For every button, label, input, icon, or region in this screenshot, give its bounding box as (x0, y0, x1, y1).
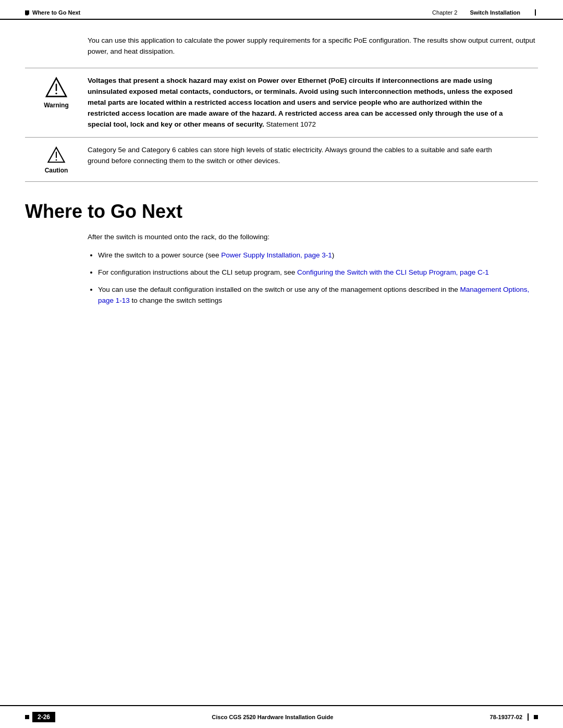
header-section-label: Where to Go Next (32, 9, 80, 16)
warning-icon (45, 77, 68, 100)
warning-text: Voltages that present a shock hazard may… (88, 76, 538, 130)
section-intro: After the switch is mounted onto the rac… (88, 232, 538, 243)
page-footer: 2-26 Cisco CGS 2520 Hardware Installatio… (0, 705, 563, 728)
footer-right: 78-19377-02 (490, 713, 538, 721)
caution-icon-col: Caution (25, 145, 88, 174)
bullet-text-after-2: to change the switch settings (130, 297, 222, 304)
section-heading: Where to Go Next (25, 201, 538, 223)
caution-block: Caution Category 5e and Category 6 cable… (25, 138, 538, 182)
chapter-title: Switch Installation (470, 9, 520, 16)
bullet-text-after-0: ) (332, 251, 335, 259)
footer-right-text: 78-19377-02 (490, 714, 522, 720)
list-item: For configuration instructions about the… (98, 267, 538, 278)
warning-icon-col: Warning (25, 76, 88, 109)
footer-bullet-right (534, 715, 538, 719)
link-power-supply[interactable]: Power Supply Installation, page 3-1 (221, 251, 332, 259)
warning-normal-text: Statement 1072 (264, 120, 316, 128)
bullet-text-before-2: You can use the default configuration in… (98, 286, 460, 293)
caution-text: Category 5e and Category 6 cables can st… (88, 145, 538, 167)
page-header: ■ Where to Go Next Chapter 2 Switch Inst… (0, 0, 563, 20)
footer-bullet (25, 715, 29, 719)
caution-icon (47, 146, 66, 165)
svg-point-2 (55, 92, 57, 94)
main-content: You can use this application to calculat… (0, 20, 563, 354)
footer-left: 2-26 (25, 712, 55, 722)
footer-separator (528, 713, 529, 721)
footer-center: Cisco CGS 2520 Hardware Installation Gui… (212, 714, 333, 720)
intro-paragraph: You can use this application to calculat… (88, 35, 538, 57)
bullet-text-before-1: For configuration instructions about the… (98, 268, 297, 276)
chapter-label: Chapter 2 (432, 9, 457, 16)
bullet-text-before-0: Wire the switch to a power source (see (98, 251, 221, 259)
footer-page-number: 2-26 (32, 712, 55, 722)
header-right: Chapter 2 Switch Installation (432, 9, 538, 16)
bullet-list: Wire the switch to a power source (see P… (88, 250, 538, 306)
footer-center-text: Cisco CGS 2520 Hardware Installation Gui… (212, 714, 333, 720)
header-separator (535, 9, 536, 16)
list-item: Wire the switch to a power source (see P… (98, 250, 538, 261)
header-bullet: ■ (25, 10, 29, 15)
caution-text-content: Category 5e and Category 6 cables can st… (88, 146, 492, 165)
caution-label: Caution (45, 167, 68, 174)
list-item: You can use the default configuration in… (98, 285, 538, 306)
link-cli-setup[interactable]: Configuring the Switch with the CLI Setu… (297, 268, 489, 276)
svg-point-5 (56, 159, 57, 161)
warning-block: Warning Voltages that present a shock ha… (25, 68, 538, 138)
header-left: ■ Where to Go Next (25, 9, 80, 16)
warning-label: Warning (44, 102, 69, 109)
